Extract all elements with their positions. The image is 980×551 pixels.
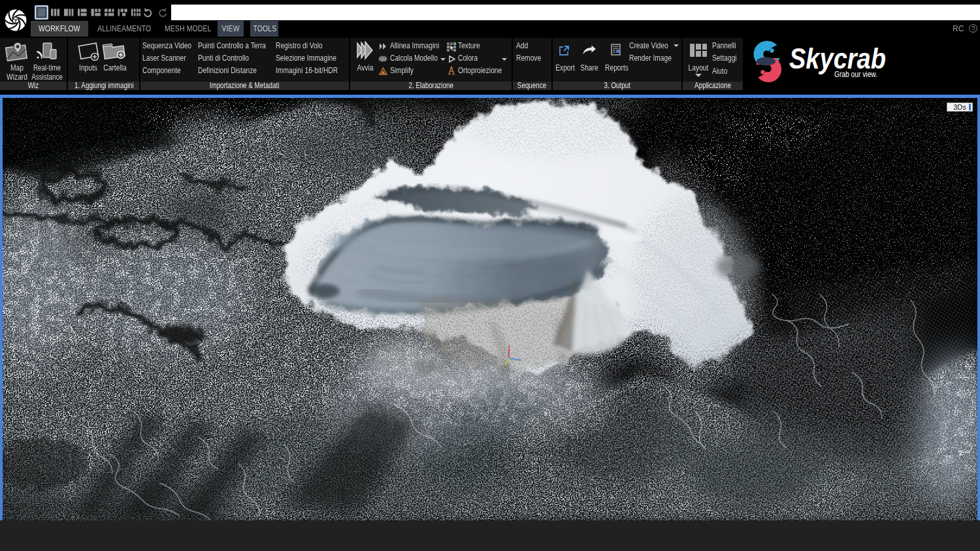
svg-text:Grab our view.: Grab our view.	[834, 69, 877, 79]
